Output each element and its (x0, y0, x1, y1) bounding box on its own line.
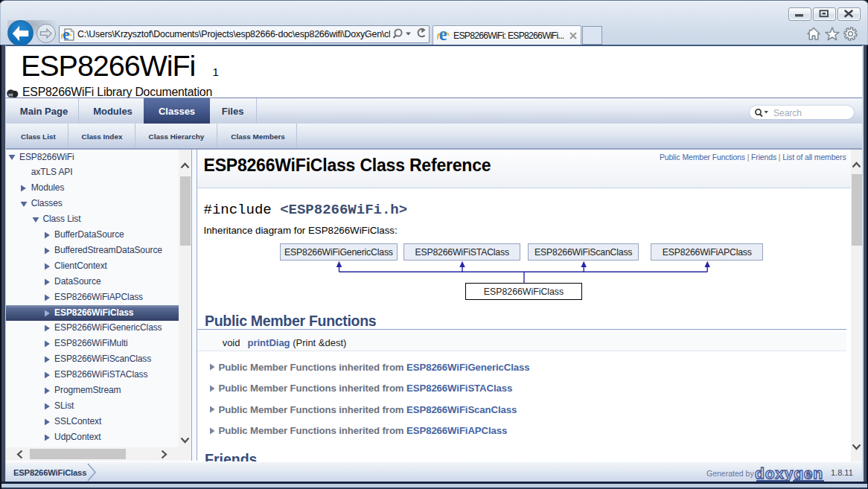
svg-text:e: e (439, 29, 447, 42)
svg-text:e: e (63, 31, 69, 41)
svg-text:wi: wi (7, 92, 13, 97)
